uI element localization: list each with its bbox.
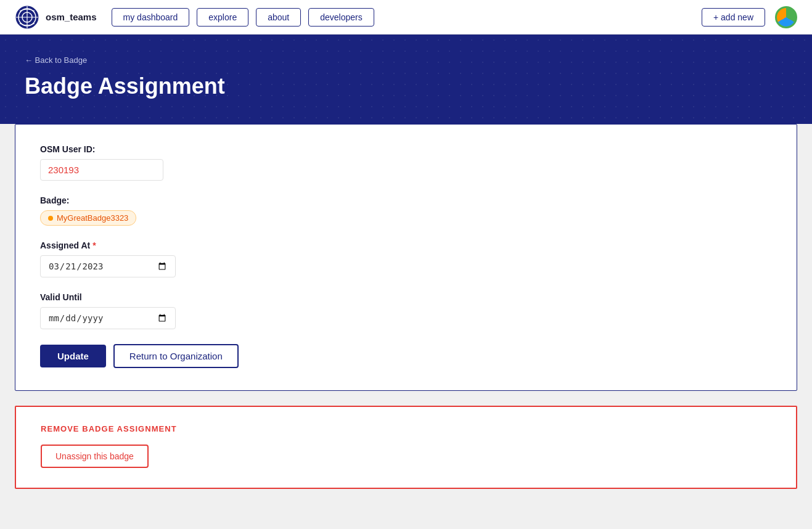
danger-card: REMOVE BADGE ASSIGNMENT Unassign this ba… [15,406,797,489]
brand-logo-icon [15,5,39,30]
return-to-org-button[interactable]: Return to Organization [113,344,239,368]
badge-dot-icon [48,216,53,221]
add-new-button[interactable]: + add new [702,8,765,27]
danger-card-title: REMOVE BADGE ASSIGNMENT [41,424,771,433]
update-button[interactable]: Update [40,345,106,367]
osm-user-id-group: OSM User ID: [40,144,772,181]
badge-group: Badge: MyGreatBadge3323 [40,195,772,226]
assigned-at-group: Assigned At * [40,240,772,277]
page-title: Badge Assignment [25,73,787,99]
user-avatar[interactable] [775,6,797,28]
page-content: OSM User ID: Badge: MyGreatBadge3323 Ass… [0,124,812,514]
assigned-at-input[interactable] [40,255,176,277]
back-to-badge-link[interactable]: ← Back to Badge [25,55,87,65]
unassign-button[interactable]: Unassign this badge [41,445,149,468]
navbar: osm_teams my dashboard explore about dev… [0,0,812,35]
badge-label: Badge: [40,195,772,205]
form-button-row: Update Return to Organization [40,344,772,368]
about-nav-btn[interactable]: about [256,8,301,27]
nav-right: + add new [702,6,797,28]
my-dashboard-nav-btn[interactable]: my dashboard [112,8,190,27]
developers-nav-btn[interactable]: developers [308,8,374,27]
osm-user-id-label: OSM User ID: [40,144,772,154]
valid-until-group: Valid Until [40,292,772,329]
explore-nav-btn[interactable]: explore [197,8,248,27]
valid-until-input[interactable] [40,307,176,329]
assigned-at-label: Assigned At * [40,240,772,250]
hero-section: ← Back to Badge Badge Assignment [0,35,812,124]
required-star-icon: * [92,240,96,250]
badge-tag: MyGreatBadge3323 [40,210,136,226]
badge-tag-label: MyGreatBadge3323 [57,213,128,223]
osm-user-id-input[interactable] [40,159,163,181]
form-card: OSM User ID: Badge: MyGreatBadge3323 Ass… [15,124,797,391]
brand-name: osm_teams [46,12,97,22]
valid-until-label: Valid Until [40,292,772,302]
brand-link[interactable]: osm_teams [15,5,97,30]
